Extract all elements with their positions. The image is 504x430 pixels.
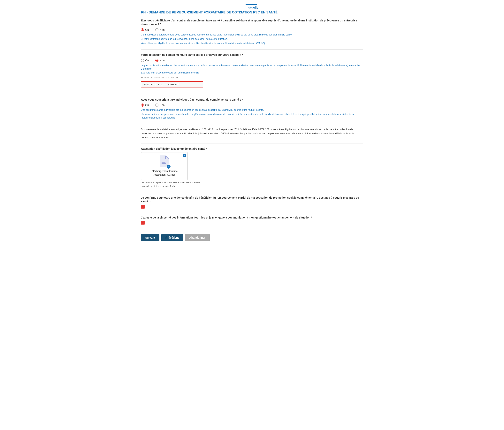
q3-non-option[interactable]: Non	[155, 104, 165, 107]
question-1-section: Etes-vous bénéficiaire d'un contrat de c…	[141, 19, 363, 45]
q2-oui-label: Oui	[145, 59, 150, 62]
q1-non-option[interactable]: Non	[155, 28, 165, 31]
brand-underline	[246, 4, 257, 5]
question-3-radio-group: Oui Non	[141, 104, 363, 107]
confirmation-2-section: J'atteste de la sincérité des informatio…	[141, 216, 363, 225]
q3-info-1: Une assurance santé individuelle est la …	[141, 108, 363, 112]
confirmation-1-label: Je confirme soumettre une demande afin d…	[141, 196, 363, 204]
q2-info-link[interactable]: Exemple d'un précompte opéré sur un bull…	[141, 71, 363, 74]
upload-hint-1: Les formats acceptés sont Word, PDF, PNG…	[141, 181, 363, 184]
previous-button[interactable]: Précédent	[161, 234, 183, 241]
q2-info-1: Le précompte est une retenue directement…	[141, 63, 363, 71]
upload-box[interactable]: ✕ ✓ Téléchargement terminé. AttestationP…	[141, 152, 188, 180]
q1-info-3: Vous n'êtes pas éligible à ce remboursem…	[141, 42, 363, 45]
q1-info-2: Si votre contrat ne couvre que la prévoy…	[141, 37, 363, 41]
divider-6	[141, 212, 363, 212]
q2-non-radio[interactable]	[155, 59, 158, 62]
divider-1	[141, 49, 363, 50]
q1-non-radio[interactable]	[155, 28, 158, 31]
q1-oui-radio[interactable]	[141, 28, 144, 31]
q3-info-2: Un ayant droit est une personne rattaché…	[141, 112, 363, 119]
upload-label: Attestation d'affiliation à la complémen…	[141, 147, 363, 151]
q3-non-label: Non	[160, 104, 165, 107]
button-bar: Suivant Précédent Abandonner	[141, 234, 363, 241]
svg-rect-2	[162, 163, 166, 164]
divider-4	[141, 143, 363, 143]
divider-3	[141, 124, 363, 124]
brand-title: mutuelle	[246, 6, 258, 9]
q1-non-label: Non	[160, 28, 165, 31]
q2-non-label: Non	[160, 59, 165, 62]
salary-slip-preview: 555010CONTRIBUTION SOLIDARITE 700678M.G.…	[141, 76, 363, 90]
confirmation-2-checkbox[interactable]: ✓	[141, 221, 145, 224]
divider-2	[141, 94, 363, 94]
q1-oui-option[interactable]: Oui	[141, 28, 150, 31]
salary-line-1: 555010CONTRIBUTION SOLIDARITE	[141, 76, 363, 79]
q2-oui-radio[interactable]	[141, 59, 144, 62]
salary-slip-box: 700678M.G.E.N. - ADHERENT	[141, 81, 203, 88]
eligibility-text: Sous réserve de satisfaire aux exigences…	[141, 127, 363, 140]
q1-info-1: Contrat solidaire et responsable Cette c…	[141, 33, 363, 36]
svg-rect-0	[162, 161, 167, 161]
upload-status-line1: Téléchargement terminé.	[144, 169, 184, 173]
file-icon-container: ✓	[160, 156, 169, 168]
question-2-label: Votre cotisation de complémentaire santé…	[141, 53, 363, 57]
q3-oui-label: Oui	[145, 104, 150, 107]
divider-5	[141, 192, 363, 192]
abandon-button[interactable]: Abandonner	[185, 234, 209, 241]
svg-rect-1	[162, 162, 165, 162]
next-button[interactable]: Suivant	[141, 234, 159, 241]
confirmation-2-label: J'atteste de la sincérité des informatio…	[141, 216, 363, 220]
confirmation-1-section: Je confirme soumettre une demande afin d…	[141, 196, 363, 209]
q2-oui-option[interactable]: Oui	[141, 59, 150, 62]
question-2-section: Votre cotisation de complémentaire santé…	[141, 53, 363, 90]
upload-hint-2: maximale ne doit pas excéder 2 Mo	[141, 185, 363, 188]
upload-check-badge: ✓	[167, 165, 171, 169]
salary-line-highlighted: 700678M.G.E.N. - ADHERENT	[144, 83, 200, 86]
question-3-section: Avez-vous souscrit, à titre individuel, …	[141, 98, 363, 120]
question-2-radio-group: Oui Non	[141, 59, 363, 62]
q3-oui-radio[interactable]	[141, 104, 144, 107]
q1-oui-label: Oui	[145, 28, 150, 31]
q2-non-option[interactable]: Non	[155, 59, 165, 62]
confirmation-1-checkbox[interactable]: ✓	[141, 205, 145, 209]
upload-status-line2: AttestationPSC.pdf	[144, 173, 184, 177]
q3-oui-option[interactable]: Oui	[141, 104, 150, 107]
page-title: RH - DEMANDE DE REMBOURSEMENT FORFAITAIR…	[141, 10, 363, 14]
q3-non-radio[interactable]	[155, 104, 158, 107]
upload-close-button[interactable]: ✕	[183, 154, 186, 157]
upload-section: Attestation d'affiliation à la complémen…	[141, 147, 363, 188]
question-1-label: Etes-vous bénéficiaire d'un contrat de c…	[141, 19, 363, 26]
question-3-label: Avez-vous souscrit, à titre individuel, …	[141, 98, 363, 102]
question-1-radio-group: Oui Non	[141, 28, 363, 31]
